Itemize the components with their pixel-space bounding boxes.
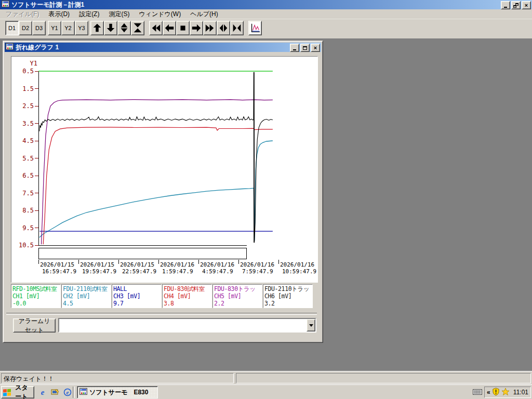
x-tick-time: 19:59:47.9 [82, 268, 116, 275]
legend-channel: CH2 [mV] [63, 292, 110, 300]
main-titlebar: ソフトサーモ計測－計測1 × [0, 0, 532, 9]
legend-value: 4.5 [63, 300, 110, 307]
star-icon[interactable] [501, 388, 510, 397]
mdi-area: 折れ線グラフ 1 × Y10.51.52.53.54.55.56.57.58.5… [0, 38, 532, 371]
series-ch5 [42, 100, 273, 245]
toolbar-button-y2[interactable]: Y2 [61, 21, 75, 35]
x-tick-date: 2026/01/16 [240, 261, 274, 268]
step-forward-icon [191, 22, 202, 34]
window-title: ソフトサーモ計測－計測1 [11, 1, 84, 9]
graph-window-titlebar[interactable]: 折れ線グラフ 1 × [5, 43, 321, 52]
x-tick-time: 7:59:47.9 [242, 268, 273, 275]
legend-value: -0.0 [12, 300, 59, 307]
toolbar-button-stop[interactable] [176, 21, 190, 35]
toolbar-button-collapse-updown[interactable] [131, 21, 144, 35]
ie-channels-icon[interactable]: e [62, 387, 73, 397]
x-tick-time: 10:59:47.9 [282, 268, 316, 275]
y-tick-label: 0.5 [22, 68, 34, 75]
menu-item-help[interactable]: ヘルプ(H) [185, 9, 223, 20]
menu-item-display[interactable]: 表示(D) [44, 9, 74, 20]
legend-channel: CH5 [mV] [214, 292, 261, 300]
legend-channel: CH3 [mV] [113, 292, 160, 300]
menu-item-measurement[interactable]: 測定(S) [104, 9, 134, 20]
keyboard-icon[interactable] [473, 388, 482, 396]
app-icon [79, 388, 87, 397]
legend-cell-ch1: RFD-10MS試料室CH1 [mV]-0.0 [11, 284, 61, 308]
toolbar-button-d2[interactable]: D2 [19, 21, 32, 35]
close-icon: × [525, 3, 528, 8]
show-desktop-icon[interactable] [50, 387, 60, 397]
toolbar-button-d1[interactable]: D1 [5, 21, 19, 35]
y-tick-label: 7.5 [22, 190, 34, 197]
channel-legend: RFD-10MS試料室CH1 [mV]-0.0FDU-2110試料室CH2 [m… [11, 284, 314, 309]
legend-name: FDU-830試料室 [164, 285, 210, 292]
alarm-combo[interactable] [58, 318, 316, 332]
x-tick-time: 1:59:47.9 [162, 268, 193, 275]
graph-close-button[interactable]: × [311, 44, 320, 52]
graph-minimize-button[interactable] [290, 44, 299, 52]
legend-cell-ch6: FDU-2110トラッCH6 [mV]3.2 [263, 284, 313, 308]
toolbar-button-step-forward[interactable] [190, 21, 203, 35]
toolbar-button-y1[interactable]: Y1 [48, 21, 61, 35]
task-button-label: ソフトサーモ E830 [89, 388, 148, 397]
toolbar-button-chart[interactable] [248, 21, 262, 35]
legend-value: 9.7 [113, 300, 160, 307]
start-button[interactable]: スタート [1, 386, 34, 398]
legend-cell-ch4: FDU-830試料室CH4 [mV]3.8 [162, 284, 212, 308]
minimize-icon [293, 49, 296, 50]
x-tick-date: 2026/01/15 [40, 261, 74, 268]
x-tick-date: 2026/01/16 [280, 261, 314, 268]
toolbar-button-fast-forward[interactable] [203, 21, 217, 35]
y-tick-label: 3.5 [22, 120, 34, 127]
arrow-up-icon [91, 22, 103, 34]
legend-channel: CH6 [mV] [264, 292, 311, 300]
toolbar-button-y3[interactable]: Y3 [75, 21, 88, 35]
internet-explorer-icon[interactable]: e [37, 387, 48, 397]
combo-dropdown-button[interactable] [307, 319, 315, 331]
alarm-reset-button[interactable]: アラームリセット [13, 318, 56, 332]
toolbar-button-expand-updown[interactable] [117, 21, 131, 35]
collapse-lr-icon [231, 22, 243, 34]
graph-maximize-button[interactable] [300, 44, 310, 52]
minimize-button[interactable] [501, 1, 510, 9]
rewind-icon [150, 22, 162, 34]
status-message: 保存ウェイト！！ [1, 373, 234, 383]
toolbar-button-arrow-up[interactable] [90, 21, 104, 35]
security-shield-icon[interactable] [492, 388, 500, 397]
legend-value: 3.2 [264, 300, 311, 307]
menu-item-settings[interactable]: 設定(Z) [74, 9, 104, 20]
toolbar-button-step-back[interactable] [163, 21, 176, 35]
legend-name: FDU-2110トラッ [264, 285, 311, 292]
y-tick-label: 5.5 [22, 155, 34, 162]
menu-item-window[interactable]: ウィンドウ(W) [134, 9, 185, 20]
legend-channel: CH4 [mV] [164, 292, 210, 300]
windows-logo-icon [3, 389, 11, 396]
close-button[interactable]: × [522, 1, 531, 9]
alarm-combo-value[interactable] [59, 319, 307, 331]
y-tick-label: 8.5 [22, 207, 34, 214]
maximize-icon [303, 46, 307, 50]
status-panel-2 [236, 373, 531, 383]
toolbar-button-expand-lr[interactable] [217, 21, 230, 35]
toolbar-button-collapse-lr[interactable] [230, 21, 244, 35]
toolbar-button-arrow-down[interactable] [104, 21, 117, 35]
legend-value: 3.8 [164, 300, 210, 307]
restore-button[interactable] [511, 1, 521, 9]
toolbar-button-rewind[interactable] [149, 21, 163, 35]
x-tick-time: 4:59:47.9 [202, 268, 233, 275]
task-button-softthermo[interactable]: ソフトサーモ E830 [77, 386, 158, 398]
tray-expand-icon[interactable]: « [487, 389, 490, 396]
x-tick-date: 2026/01/16 [200, 261, 234, 268]
graph-window-icon [6, 43, 14, 52]
y-tick-label: 9.5 [22, 224, 34, 232]
line-chart: Y10.51.52.53.54.55.56.57.58.59.510.52026… [11, 56, 318, 283]
toolbar-button-d3[interactable]: D3 [32, 21, 46, 35]
stop-icon [177, 22, 189, 34]
system-tray: « 11:01 [484, 387, 531, 398]
chevron-down-icon [309, 324, 313, 327]
start-button-label: スタート [12, 383, 31, 399]
y-axis-title: Y1 [30, 60, 37, 67]
minimize-icon [504, 7, 507, 8]
fast-forward-icon [204, 22, 216, 34]
graph-window: 折れ線グラフ 1 × Y10.51.52.53.54.55.56.57.58.5… [3, 41, 323, 343]
